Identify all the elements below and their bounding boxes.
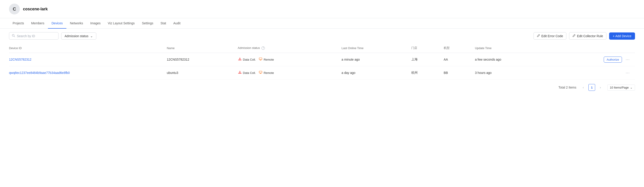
data-coll-badge: Data Coll. <box>238 57 256 62</box>
more-options-button[interactable]: ⋯ <box>624 69 632 76</box>
device-name-cell: 12CNS5782312 <box>163 53 234 66</box>
data-coll-icon <box>238 57 242 62</box>
svg-rect-4 <box>238 73 241 74</box>
edit-icon <box>537 34 540 38</box>
nav-item-settings[interactable]: Settings <box>138 18 157 29</box>
search-input[interactable] <box>17 34 56 38</box>
device-id-cell: qwq8ec1237ee8484b9aae77b34aad6e8fb0 <box>9 66 163 80</box>
store-cell: 杭州 <box>408 66 440 80</box>
model-cell: AA <box>440 53 472 66</box>
col-admission-status: Admission status ? <box>234 43 338 53</box>
last-online-cell: a minute ago <box>338 53 408 66</box>
chevron-down-icon: ⌄ <box>90 34 93 38</box>
col-model: 机型 <box>440 43 472 53</box>
remote-icon <box>258 70 262 75</box>
nav: Projects Members Devices Networks Images… <box>0 18 644 29</box>
prev-page-button[interactable]: ‹ <box>580 84 586 91</box>
admission-status-cell: Data Coll. Remote <box>234 66 338 80</box>
col-store: 门店 <box>408 43 440 53</box>
nav-item-networks[interactable]: Networks <box>66 18 87 29</box>
table-row: 12CNS5782312 12CNS5782312 Data Coll. Rem… <box>9 53 635 66</box>
pagination: Total 2 Items ‹ 1 › 10 Items/Page ⌄ <box>0 80 644 95</box>
items-per-page-selector[interactable]: 10 Items/Page ⌄ <box>607 85 635 91</box>
admission-status-help-icon: ? <box>262 46 265 50</box>
nav-item-viz-layout[interactable]: Viz Layout Settings <box>104 18 138 29</box>
col-last-online: Last Online Time <box>338 43 408 53</box>
admission-status-filter[interactable]: Admission status ⌄ <box>61 33 96 40</box>
search-icon <box>12 34 15 38</box>
remote-badge: Remote <box>258 57 274 62</box>
add-device-button[interactable]: + Add Device <box>609 33 635 40</box>
device-table-wrap: Device ID Name Admission status ? Last O… <box>0 43 644 80</box>
model-cell: BB <box>440 66 472 80</box>
org-avatar: C <box>9 4 20 15</box>
chevron-down-icon-pagination: ⌄ <box>630 86 632 89</box>
nav-item-images[interactable]: Images <box>87 18 104 29</box>
nav-item-members[interactable]: Members <box>28 18 48 29</box>
edit-error-code-button[interactable]: Edit Error Code <box>534 32 566 40</box>
table-row: qwq8ec1237ee8484b9aae77b34aad6e8fb0 ubun… <box>9 66 635 80</box>
device-table: Device ID Name Admission status ? Last O… <box>9 43 635 80</box>
remote-badge: Remote <box>258 70 274 75</box>
pagination-total: Total 2 Items <box>558 86 576 89</box>
org-name: coscene-lark <box>23 7 48 12</box>
svg-rect-3 <box>259 58 262 60</box>
row-actions-cell: ⋯ <box>552 66 635 80</box>
nav-item-audit[interactable]: Audit <box>170 18 184 29</box>
nav-item-projects[interactable]: Projects <box>9 18 28 29</box>
data-coll-icon <box>238 70 242 75</box>
col-update-time: Update Time <box>472 43 552 53</box>
svg-line-1 <box>14 36 15 37</box>
header: C coscene-lark <box>0 0 644 18</box>
nav-item-devices[interactable]: Devices <box>48 18 66 29</box>
remote-icon <box>258 57 262 62</box>
next-page-button[interactable]: › <box>597 84 604 91</box>
nav-item-stat[interactable]: Stat <box>157 18 170 29</box>
toolbar: Admission status ⌄ Edit Error Code Edit … <box>0 29 644 43</box>
last-online-cell: a day ago <box>338 66 408 80</box>
device-id-link[interactable]: 12CNS5782312 <box>9 58 32 61</box>
more-options-button[interactable]: ⋯ <box>624 56 632 63</box>
store-cell: 上海 <box>408 53 440 66</box>
data-coll-badge: Data Coll. <box>238 70 256 75</box>
col-device-id: Device ID <box>9 43 163 53</box>
edit-collector-rule-button[interactable]: Edit Collector Rule <box>569 32 606 40</box>
col-actions <box>552 43 635 53</box>
svg-rect-5 <box>259 71 262 73</box>
authorize-button[interactable]: Authorize <box>604 57 622 63</box>
svg-rect-2 <box>238 60 241 60</box>
table-header-row: Device ID Name Admission status ? Last O… <box>9 43 635 53</box>
page-1-button[interactable]: 1 <box>588 84 595 91</box>
update-time-cell: 3 hours ago <box>472 66 552 80</box>
row-actions-cell: Authorize ⋯ <box>552 53 635 66</box>
device-id-cell: 12CNS5782312 <box>9 53 163 66</box>
device-name-cell: ubuntu3 <box>163 66 234 80</box>
col-name: Name <box>163 43 234 53</box>
device-id-link[interactable]: qwq8ec1237ee8484b9aae77b34aad6e8fb0 <box>9 71 70 75</box>
admission-status-cell: Data Coll. Remote <box>234 53 338 66</box>
search-box[interactable] <box>9 32 58 40</box>
edit-icon-2 <box>572 34 576 38</box>
update-time-cell: a few seconds ago <box>472 53 552 66</box>
